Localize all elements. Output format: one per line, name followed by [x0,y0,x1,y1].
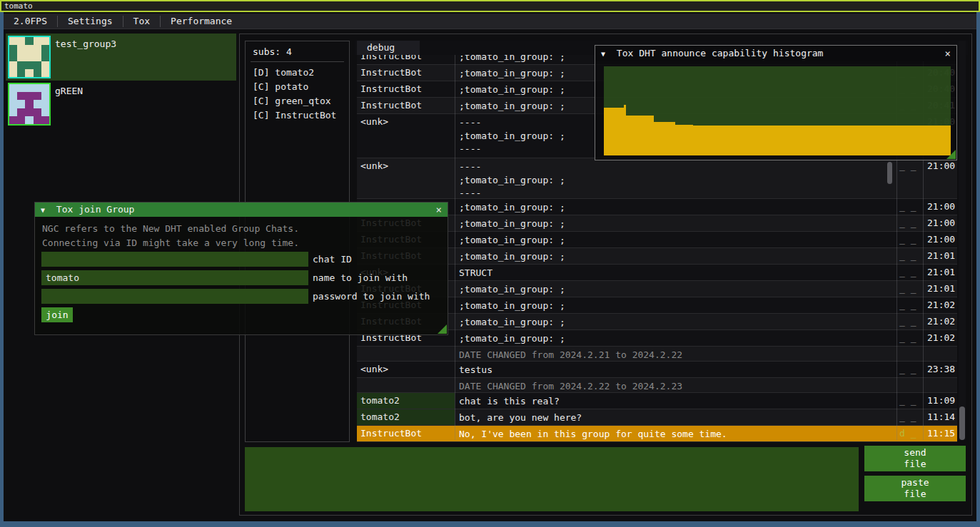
send-file-button[interactable]: send file [864,446,966,471]
message-text: chat is this real? [459,395,893,409]
group-avatar [8,36,51,78]
sender-name: InstructBot [360,83,453,94]
field-label: name to join with [313,270,408,285]
timestamp: 11:15 [927,428,957,439]
timestamp: 21:02 [927,332,957,343]
timestamp: 21:00 [927,234,957,245]
histogram-window-title: Tox DHT announce capability histogram [617,48,824,58]
scrollbar-thumb[interactable] [959,406,965,440]
delivery-status: _ _ [899,283,922,294]
message-input-area [245,447,859,511]
menu-bar: 2.0FPSSettingsToxPerformance [4,14,976,29]
delivery-status: _ _ [899,300,922,310]
timestamp: 21:00 [927,160,957,171]
message-input[interactable] [245,447,859,511]
fps-indicator: 2.0FPS [4,14,57,29]
timestamp: 21:01 [927,250,957,261]
resize-grip[interactable] [946,150,956,159]
message-text: ---- ;tomato_in_group: ; ---- [459,160,893,200]
window-titlebar[interactable]: tomato [0,0,980,12]
tab-debug[interactable]: debug [357,41,420,55]
timestamp: 21:00 [927,201,957,212]
sender-name: tomato2 [360,411,453,422]
menu-performance[interactable]: Performance [161,14,242,29]
sub-member[interactable]: [C] InstructBot [253,108,336,123]
collapse-arrow-icon[interactable]: ▼ [41,203,45,218]
histogram-window-titlebar[interactable]: ▼ Tox DHT announce capability histogram … [595,46,956,61]
message-row[interactable]: InstructBotNo, I've been in this group f… [357,426,957,442]
group-name: test_group3 [55,39,116,49]
menu-tox[interactable]: Tox [123,14,160,29]
date-changed-row[interactable]: DATE CHANGED from 2024.2.21 to 2024.2.22 [357,347,957,362]
sub-member[interactable]: [D] tomato2 [253,66,314,80]
join-group-dialog: ▼ Tox join Group × NGC refers to the New… [34,202,448,335]
message-row[interactable]: <unk>---- ;tomato_in_group: ; ----_ _21:… [357,158,957,199]
collapse-arrow-icon[interactable]: ▼ [601,46,605,62]
menu-settings[interactable]: Settings [58,14,123,29]
sender-name: <unk> [360,160,453,171]
sender-name: InstructBot [360,67,453,78]
chat-ID-input[interactable] [41,252,308,267]
delivery-status: _ _ [899,364,922,374]
join-dialog-titlebar[interactable]: ▼ Tox join Group × [35,203,448,217]
message-row[interactable]: tomato2chat is this real?_ _11:09 [357,393,957,409]
separator [251,61,344,62]
delivery-status: _ _ [899,267,922,277]
group-item-gREEN[interactable]: gREEN [6,81,236,128]
timestamp: 21:00 [927,218,957,228]
message-row[interactable]: <unk>testus_ _23:38 [357,362,957,378]
group-avatar [8,83,51,126]
message-text: DATE CHANGED from 2024.2.21 to 2024.2.22 [459,349,893,362]
message-text: DATE CHANGED from 2024.2.22 to 2024.2.23 [459,380,893,394]
delivery-status: _ _ [899,316,922,327]
dialog-description: NGC refers to the New DHT enabled Group … [42,223,299,234]
timestamp: 23:38 [927,364,957,374]
window-border-bottom [0,521,980,527]
join-button[interactable]: join [41,307,73,322]
message-text: ;tomato_in_group: ; [459,201,893,215]
delivery-status: _ _ [899,411,922,422]
message-text: bot, are you new here? [459,411,893,425]
group-name: gREEN [55,86,83,96]
delivery-status: _ _ [899,332,922,343]
timestamp: 21:01 [927,283,957,294]
close-icon[interactable]: × [945,46,951,61]
timestamp: 21:02 [927,316,957,327]
inner-scrollbar-thumb[interactable] [887,162,892,184]
message-row[interactable]: tomato2bot, are you new here?_ _11:14 [357,409,957,426]
sender-name: <unk> [360,364,453,374]
histogram-window: ▼ Tox DHT announce capability histogram … [595,45,957,160]
delivery-status: _ _ [899,395,922,406]
date-changed-row[interactable]: DATE CHANGED from 2024.2.22 to 2024.2.23 [357,378,957,393]
message-text: STRUCT [459,267,893,280]
sub-member[interactable]: [C] potato [253,80,308,94]
join-dialog-title: Tox join Group [56,204,135,215]
paste-file-button[interactable]: paste file [864,476,966,501]
message-text: testus [459,364,893,377]
field-label: password to join with [313,289,430,304]
column-divider [455,41,455,440]
timestamp: 11:09 [927,395,957,406]
sender-name: InstructBot [360,100,453,111]
delivery-status: _ _ [899,250,922,261]
message-text: ;tomato_in_group: ; [459,283,893,297]
message-text: ;tomato_in_group: ; [459,218,893,231]
chat-scrollbar[interactable] [959,41,966,440]
histogram-plot [604,66,951,155]
message-text: ;tomato_in_group: ; [459,300,893,313]
message-text: No, I've been in this group for quite so… [459,428,893,441]
subs-count-label: subs: 4 [253,46,292,57]
message-text: ;tomato_in_group: ; [459,250,893,264]
sub-member[interactable]: [C] green_qtox [253,94,331,108]
dialog-description: Connecting via ID might take a very long… [42,237,299,248]
group-item-test_group3[interactable]: test_group3 [6,34,236,81]
window-title: tomato [4,1,33,11]
field-label: chat ID [313,252,352,267]
resize-grip[interactable] [438,324,447,334]
password-to-join-with-input[interactable] [41,289,308,304]
close-icon[interactable]: × [436,203,442,217]
message-text: ;tomato_in_group: ; [459,316,893,329]
name-to-join-with-input[interactable] [41,270,308,285]
delivery-status: _ _ [899,160,922,171]
timestamp: 21:02 [927,300,957,310]
